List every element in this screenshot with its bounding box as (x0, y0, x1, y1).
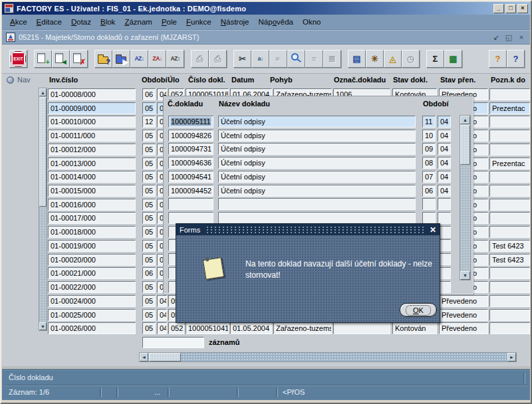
cell-obd1[interactable]: 05 (142, 240, 156, 252)
cell-pozn[interactable] (489, 295, 530, 307)
excel-button[interactable]: ▦ (444, 50, 462, 68)
subcell-doc[interactable]: 1000094731 (168, 143, 213, 155)
cell-pozn[interactable] (489, 267, 530, 279)
cell-prenos[interactable]: Převedeno (439, 295, 488, 307)
menu-item-editace[interactable]: Editace (32, 16, 66, 28)
menu-item-funkce[interactable]: Funkce (182, 16, 216, 28)
cell-ulo[interactable]: 052 (168, 322, 184, 334)
outline-left-button[interactable]: ≡ (305, 50, 323, 68)
cell-inv[interactable]: 01-00017/000 (48, 212, 136, 224)
cell-pozn[interactable] (489, 88, 530, 100)
scroll-down-icon[interactable]: ▼ (460, 271, 470, 280)
nav-radio[interactable] (7, 76, 14, 84)
subcell-p1[interactable]: 11 (422, 116, 436, 128)
cell-inv[interactable]: 01-00019/000 (48, 240, 136, 252)
cell-inv[interactable]: 01-00024/000 (48, 295, 136, 307)
horizontal-scrollbar[interactable]: ◄ ► (139, 352, 517, 362)
insert-record-button[interactable]: + (34, 50, 52, 68)
detail-vertical-scrollbar[interactable]: ▲ ▼ (460, 115, 471, 280)
execute-query-button[interactable]: ▶ (112, 50, 130, 68)
subcell-name[interactable]: Účetní odpisy (218, 171, 416, 183)
subcell-p2[interactable]: 04 (438, 143, 451, 155)
subcell-p1[interactable]: 08 (422, 157, 436, 169)
cell-inv[interactable]: 01-00025/000 (48, 309, 136, 321)
close-icon[interactable]: × (517, 4, 528, 13)
cell-pozn[interactable] (489, 281, 530, 293)
cell-obd1[interactable]: 05 (142, 226, 156, 238)
cell-obd1[interactable]: 05 (142, 212, 156, 224)
cell-inv[interactable]: 01-00015/000 (48, 185, 136, 197)
print-multiple-button[interactable]: ⎙ (209, 50, 227, 68)
subcell-name[interactable]: Účetní odpisy (218, 130, 416, 142)
copy-button[interactable]: a↓ (251, 50, 269, 68)
subcell-doc[interactable] (168, 212, 213, 224)
subcell-p1[interactable]: 07 (422, 171, 436, 183)
cell-obd1[interactable]: 05 (142, 199, 156, 211)
cell-pozn[interactable] (489, 116, 530, 128)
cell-inv[interactable]: 01-00011/000 (48, 130, 136, 142)
scroll-thumb[interactable] (39, 97, 47, 207)
subcell-name[interactable]: Účetní odpisy (218, 157, 416, 169)
scroll-up-icon[interactable]: ▲ (39, 88, 47, 96)
subcell-name[interactable]: Účetní odpisy (218, 116, 416, 128)
subcell-p2[interactable]: 04 (438, 157, 451, 169)
ok-button[interactable]: OK (400, 303, 437, 317)
mdi-minimize-icon[interactable]: ↙ (491, 33, 501, 42)
mdi-title-bar[interactable]: 05215 - Majetek/Storno dokladů o zařazen… (2, 30, 530, 45)
detail-form-button[interactable]: ▤ (348, 50, 366, 68)
subcell-doc[interactable]: 1000094636 (168, 157, 213, 169)
subcell-p1[interactable] (422, 212, 436, 224)
subcell-name[interactable] (218, 198, 416, 210)
exit-button[interactable]: EXIT (9, 50, 27, 68)
mdi-close-icon[interactable]: × (517, 33, 526, 42)
cell-obd2[interactable]: 04 (157, 322, 167, 334)
cell-obd1[interactable]: 05 (142, 171, 156, 183)
cell-pozn[interactable] (489, 144, 530, 155)
paste-button[interactable]: a↑ (269, 50, 287, 68)
subcell-p1[interactable] (422, 198, 436, 210)
cell-obd2[interactable]: 04 (157, 309, 167, 321)
menu-item-akce[interactable]: Akce (5, 16, 32, 28)
cell-inv[interactable]: 01-00010/000 (48, 116, 136, 128)
cell-inv[interactable]: 01-00020/000 (48, 254, 136, 266)
find-button[interactable] (287, 50, 305, 68)
cell-obd2[interactable]: 04 (157, 295, 167, 307)
cell-obd1[interactable]: 05 (142, 254, 156, 266)
menu-item-blok[interactable]: Blok (96, 16, 120, 28)
cell-cislo[interactable]: 1000051041 (186, 322, 229, 334)
cell-obd1[interactable]: 05 (142, 130, 156, 142)
subcell-p1[interactable]: 10 (422, 130, 436, 142)
subcell-p2[interactable] (438, 198, 451, 210)
dialog-close-icon[interactable]: ✕ (430, 226, 436, 234)
subcell-doc[interactable]: 1000094826 (168, 130, 213, 142)
duplicate-record-button[interactable]: ◄ (52, 50, 70, 68)
cell-pohyb[interactable]: Zařazeno-tuzems (273, 322, 332, 334)
cell-pozn[interactable] (489, 130, 530, 142)
helm-button[interactable]: ✳ (366, 50, 384, 68)
menu-item-nastroje[interactable]: Nástroje (216, 16, 254, 28)
maximize-icon[interactable]: □ (505, 4, 516, 13)
cell-pozn[interactable] (489, 212, 530, 224)
cell-obd1[interactable]: 05 (142, 309, 156, 321)
cell-prenos[interactable]: Převedeno (439, 322, 488, 334)
cell-pozn[interactable]: Prezentac (489, 102, 530, 114)
cell-pozn[interactable] (489, 226, 530, 238)
cell-stav[interactable]: Kontován (392, 322, 437, 334)
cell-obd1[interactable]: 12 (142, 116, 156, 128)
outline-right-button[interactable]: ≣ (323, 50, 341, 68)
clock-button[interactable]: ◷ (402, 50, 420, 68)
cell-obd1[interactable]: 05 (142, 281, 156, 293)
mdi-restore-icon[interactable]: ◱ (504, 33, 513, 42)
menu-item-okno[interactable]: Okno (298, 16, 326, 28)
cell-oznac[interactable] (333, 322, 390, 334)
subcell-doc[interactable]: 1000094452 (168, 185, 213, 197)
scroll-up-icon[interactable]: ▲ (460, 116, 470, 124)
cell-pozn[interactable] (489, 322, 530, 334)
cell-obd1[interactable]: 05 (142, 157, 156, 169)
cell-pozn[interactable] (489, 185, 530, 197)
cell-obd1[interactable]: 05 (142, 185, 156, 197)
menu-item-zaznam[interactable]: Záznam (120, 16, 157, 28)
cell-inv[interactable]: 01-00026/000 (48, 322, 136, 334)
cut-button[interactable]: ✂ (233, 50, 251, 68)
subcell-p2[interactable] (438, 212, 451, 224)
